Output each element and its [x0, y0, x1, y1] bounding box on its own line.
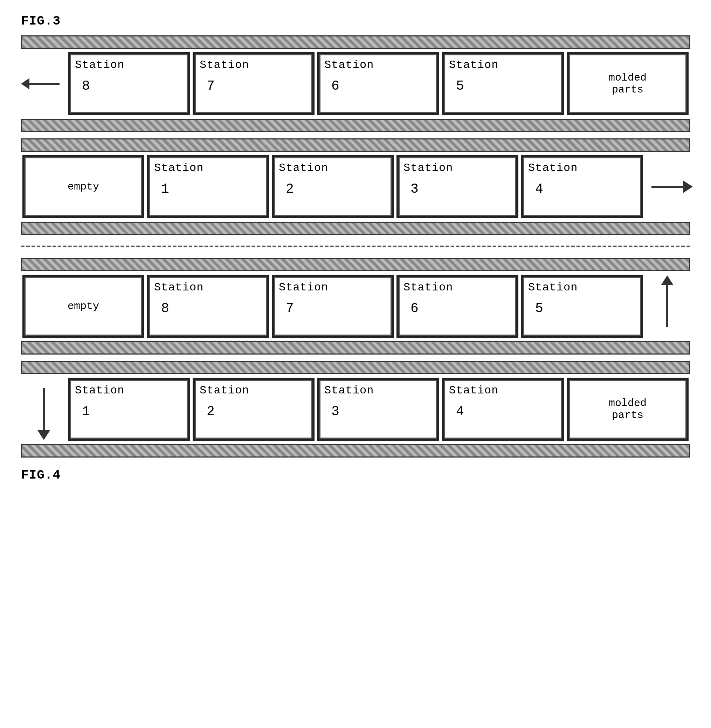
station-number: 8	[161, 301, 169, 316]
arrow-right-2	[645, 152, 690, 222]
station-5-row1: Station 5	[442, 52, 564, 115]
station-number: 2	[286, 182, 294, 196]
empty-label-1: empty	[68, 181, 99, 193]
arrow-up-3	[645, 271, 690, 341]
station-label: Station	[154, 161, 204, 174]
track-top-2	[21, 138, 690, 152]
station-number: 5	[456, 78, 464, 93]
empty-box-2: empty	[22, 275, 144, 338]
station-number: 6	[410, 301, 419, 316]
track-bottom-2	[21, 222, 690, 235]
station-7-row3: Station 7	[272, 275, 394, 338]
station-number: 3	[331, 404, 339, 419]
station-6-row3: Station 6	[397, 275, 518, 338]
fig4-label: FIG.4	[21, 468, 690, 483]
station-label: Station	[200, 384, 249, 397]
station-number: 7	[207, 78, 215, 93]
station-label: Station	[528, 281, 578, 294]
station-label: Station	[403, 281, 453, 294]
empty-label-2: empty	[68, 300, 99, 312]
track-bottom-1	[21, 119, 690, 132]
station-number: 3	[410, 182, 419, 196]
station-3-row2: Station 3	[397, 155, 518, 218]
arrow-down-4	[21, 374, 66, 444]
conveyor-section-2: empty Station 1 Station 2 Station 3 Stat…	[21, 138, 690, 235]
station-number: 4	[535, 182, 543, 196]
station-label: Station	[528, 161, 578, 174]
station-label: Station	[403, 161, 453, 174]
station-2-row2: Station 2	[272, 155, 394, 218]
conveyor-section-4: Station 1 Station 2 Station 3 Station 4 …	[21, 361, 690, 458]
station-number: 7	[286, 301, 294, 316]
station-5-row3: Station 5	[521, 275, 643, 338]
empty-box-1: empty	[22, 155, 144, 218]
station-8-row3: Station 8	[147, 275, 269, 338]
arrow-left-1	[21, 49, 66, 119]
track-top-4	[21, 361, 690, 374]
station-1-row2: Station 1	[147, 155, 269, 218]
stations-row-4: Station 1 Station 2 Station 3 Station 4 …	[21, 374, 690, 444]
station-label: Station	[200, 59, 249, 71]
station-number: 1	[161, 182, 169, 196]
station-7-row1: Station 7	[193, 52, 314, 115]
stations-row-1: Station 8 Station 7 Station 6 Station 5 …	[21, 49, 690, 119]
conveyor-section-1: Station 8 Station 7 Station 6 Station 5 …	[21, 35, 690, 132]
station-number: 6	[331, 78, 339, 93]
station-label: Station	[279, 281, 328, 294]
fig3-label: FIG.3	[21, 14, 690, 28]
molded-parts-1: molded parts	[567, 52, 689, 115]
station-label: Station	[154, 281, 204, 294]
station-label: Station	[449, 59, 499, 71]
station-label: Station	[325, 384, 374, 397]
station-label: Station	[279, 161, 328, 174]
stations-row-2: empty Station 1 Station 2 Station 3 Stat…	[21, 152, 690, 222]
conveyor-section-3: empty Station 8 Station 7 Station 6 Stat…	[21, 258, 690, 354]
station-number: 5	[535, 301, 543, 316]
dashed-divider	[21, 245, 690, 247]
stations-row-3: empty Station 8 Station 7 Station 6 Stat…	[21, 271, 690, 341]
track-bottom-4	[21, 444, 690, 458]
station-number: 1	[82, 404, 90, 419]
station-4-row4: Station 4	[442, 378, 564, 441]
station-label: Station	[75, 59, 124, 71]
track-top-3	[21, 258, 690, 271]
station-label: Station	[449, 384, 499, 397]
station-6-row1: Station 6	[317, 52, 439, 115]
station-1-row4: Station 1	[68, 378, 190, 441]
molded-parts-label-2: molded parts	[609, 397, 646, 421]
molded-parts-label-1: molded parts	[609, 72, 646, 96]
station-number: 8	[82, 78, 90, 93]
station-2-row4: Station 2	[193, 378, 314, 441]
station-4-row2: Station 4	[521, 155, 643, 218]
station-number: 2	[207, 404, 215, 419]
station-label: Station	[325, 59, 374, 71]
track-bottom-3	[21, 341, 690, 354]
station-8-row1: Station 8	[68, 52, 190, 115]
station-label: Station	[75, 384, 124, 397]
station-number: 4	[456, 404, 464, 419]
track-top-1	[21, 35, 690, 49]
station-3-row4: Station 3	[317, 378, 439, 441]
molded-parts-2: molded parts	[567, 378, 689, 441]
